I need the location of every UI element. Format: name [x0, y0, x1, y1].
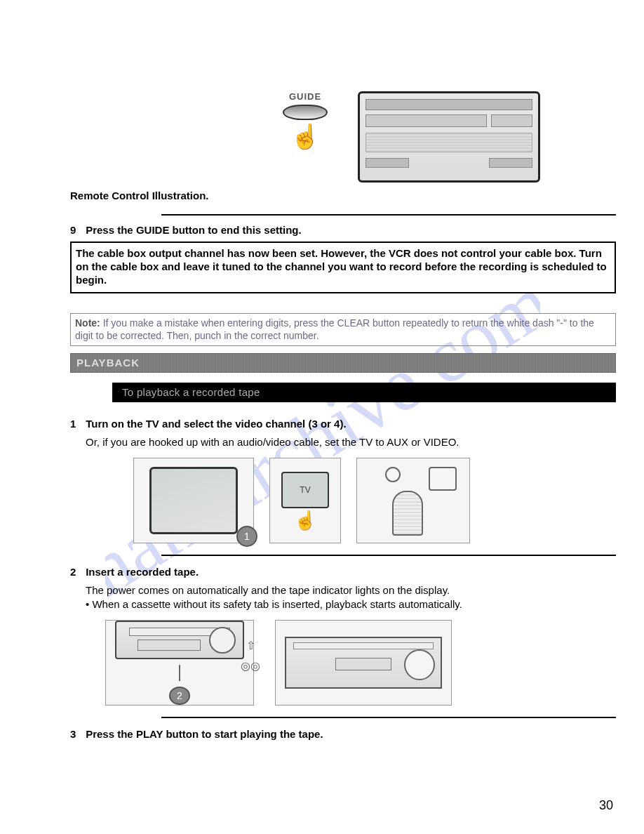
playback-subheader: To playback a recorded tape — [112, 383, 616, 402]
playback-sub: To playback a recorded tape — [122, 386, 260, 398]
vcr-illustration: 2 — [105, 620, 254, 706]
divider — [161, 717, 616, 718]
step-number: 1 — [70, 418, 83, 430]
step-9: 9 Press the GUIDE button to end this set… — [70, 224, 616, 236]
step-number: 9 — [70, 224, 83, 236]
step-text: Insert a recorded tape. — [86, 566, 199, 578]
tv-screen-illustration — [358, 91, 540, 183]
illustration-row-2: 2 ⇧ ◎◎ — [105, 620, 616, 706]
note-box: Note: If you make a mistake when enterin… — [70, 313, 616, 345]
cassette-icon: ◎◎ — [241, 659, 260, 673]
guide-button-icon — [283, 105, 328, 120]
playback-header: PLAYBACK — [70, 353, 616, 373]
note-label: Note: — [75, 317, 103, 329]
step-number: 2 — [70, 566, 83, 578]
cassette-icons: ⇧ ◎◎ — [241, 639, 260, 673]
step-text: Turn on the TV and select the video chan… — [86, 418, 346, 430]
guide-label: GUIDE — [289, 91, 321, 102]
step-number: 3 — [70, 728, 83, 740]
illustration-row-1: 1 TV ☝ — [133, 458, 616, 543]
note-text: If you make a mistake when entering digi… — [75, 317, 594, 341]
step-text: Press the PLAY button to start playing t… — [86, 728, 323, 740]
small-tv: TV — [281, 472, 329, 508]
up-arrow-icon: ⇧ — [246, 639, 255, 652]
step-2: 2 Insert a recorded tape. — [70, 566, 616, 578]
vcr-closeup-illustration: ⇧ ◎◎ — [275, 620, 452, 706]
hand-icon: ☝ — [290, 124, 320, 148]
playback-title: PLAYBACK — [76, 357, 140, 369]
hand-icon: ☝ — [294, 511, 316, 529]
step-2-body2: • When a cassette without its safety tab… — [86, 597, 616, 611]
page-number: 30 — [599, 798, 613, 813]
remote-caption: Remote Control Illustration. — [70, 190, 616, 201]
hero-illustration: GUIDE ☝ — [267, 91, 616, 183]
basketball-illustration — [356, 458, 470, 543]
tv-illustration: 1 — [133, 458, 254, 543]
divider — [161, 214, 616, 216]
remote-tv-illustration: TV ☝ — [269, 458, 341, 543]
callout-2-icon: 2 — [169, 687, 190, 706]
step-1-body: Or, if you are hooked up with an audio/v… — [86, 435, 616, 449]
step-3: 3 Press the PLAY button to start playing… — [70, 728, 616, 740]
divider — [161, 555, 616, 556]
callout-1-icon: 1 — [236, 526, 257, 547]
step-1: 1 Turn on the TV and select the video ch… — [70, 418, 616, 430]
step-2-body1: The power comes on automatically and the… — [86, 583, 616, 597]
info-box-1: The cable box output channel has now bee… — [70, 241, 616, 293]
guide-button-illustration: GUIDE ☝ — [267, 91, 344, 148]
step-text: Press the GUIDE button to end this setti… — [86, 224, 302, 236]
